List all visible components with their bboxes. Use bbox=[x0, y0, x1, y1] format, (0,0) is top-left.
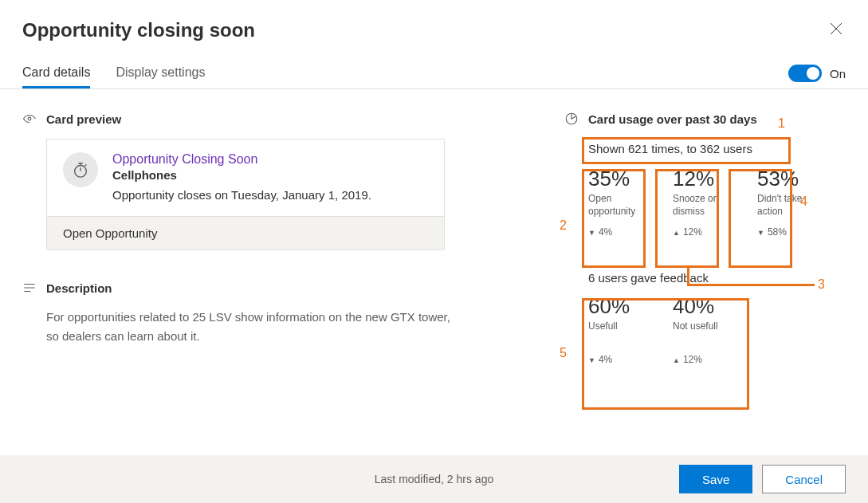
arrow-down-icon bbox=[757, 226, 764, 238]
usage-heading: Card usage over past 30 days bbox=[564, 112, 819, 126]
eye-icon bbox=[22, 112, 37, 126]
arrow-up-icon bbox=[673, 354, 680, 365]
stat-delta: 4% bbox=[588, 226, 650, 238]
usage-stats: Shown 621 times, to 362 users 35% Open o… bbox=[588, 139, 819, 238]
stat-label: Open opportunity bbox=[588, 193, 650, 218]
stat-snooze-dismiss: 12% Snooze or dismiss 12% bbox=[673, 167, 735, 238]
stopwatch-icon bbox=[63, 152, 98, 187]
feedback-row: 60% Usefull 4% 40% Not usefull 12% bbox=[588, 294, 819, 365]
cancel-button[interactable]: Cancel bbox=[762, 465, 846, 493]
annotation-num-5: 5 bbox=[560, 346, 567, 360]
feedback-heading: 6 users gave feedback bbox=[588, 271, 819, 285]
preview-card: Opportunity Closing Soon Cellphones Oppo… bbox=[46, 139, 445, 250]
tabs: Card details Display settings bbox=[22, 65, 205, 88]
stat-useful: 60% Usefull 4% bbox=[588, 294, 650, 365]
on-off-toggle[interactable] bbox=[788, 65, 822, 82]
preview-card-body: Opportunity closes on Tuesday, January 1… bbox=[112, 188, 371, 202]
preview-heading-text: Card preview bbox=[46, 112, 121, 126]
usage-heading-text: Card usage over past 30 days bbox=[588, 112, 757, 126]
stat-pct: 35% bbox=[588, 167, 650, 191]
stat-label: Snooze or dismiss bbox=[673, 193, 735, 218]
stat-delta: 12% bbox=[673, 226, 735, 238]
stat-pct: 40% bbox=[673, 294, 735, 319]
stat-pct: 12% bbox=[673, 167, 735, 191]
stat-label: Didn't take action bbox=[757, 193, 819, 218]
svg-point-1 bbox=[75, 166, 87, 178]
header: Opportunity closing soon bbox=[0, 0, 868, 42]
toggle-label: On bbox=[830, 67, 846, 81]
arrow-down-icon bbox=[588, 354, 595, 365]
preview-heading: Card preview bbox=[22, 112, 485, 126]
toggle-knob bbox=[807, 67, 819, 80]
left-column: Card preview Opportunity Closing Soon Ce… bbox=[22, 112, 485, 365]
close-icon bbox=[830, 22, 842, 35]
shown-summary: Shown 621 times, to 362 users bbox=[588, 139, 819, 167]
preview-card-content: Opportunity Closing Soon Cellphones Oppo… bbox=[112, 152, 371, 202]
stat-delta: 4% bbox=[588, 354, 650, 365]
tabs-row: Card details Display settings On bbox=[0, 65, 868, 89]
feedback-block: 6 users gave feedback 60% Usefull 4% 40%… bbox=[588, 271, 819, 365]
description-section: Description For opportunities related to… bbox=[22, 281, 485, 346]
footer: Last modified, 2 hrs ago Save Cancel bbox=[0, 455, 868, 503]
right-column: Card usage over past 30 days Shown 621 t… bbox=[564, 112, 819, 365]
lines-icon bbox=[22, 281, 37, 295]
page-title: Opportunity closing soon bbox=[22, 19, 255, 41]
stat-delta: 58% bbox=[757, 226, 819, 238]
content-area: Card preview Opportunity Closing Soon Ce… bbox=[0, 89, 868, 365]
preview-card-subtitle: Cellphones bbox=[112, 168, 371, 182]
close-button[interactable] bbox=[827, 19, 846, 42]
pie-icon bbox=[564, 112, 579, 126]
stat-open-opportunity: 35% Open opportunity 4% bbox=[588, 167, 650, 238]
description-text: For opportunities related to 25 LSV show… bbox=[46, 308, 461, 346]
stat-no-action: 53% Didn't take action 58% bbox=[757, 167, 819, 238]
stat-label: Not usefull bbox=[673, 320, 735, 346]
arrow-down-icon bbox=[588, 226, 595, 238]
preview-card-title: Opportunity Closing Soon bbox=[112, 152, 371, 167]
tab-card-details[interactable]: Card details bbox=[22, 65, 90, 88]
preview-card-top: Opportunity Closing Soon Cellphones Oppo… bbox=[47, 140, 444, 216]
stat-not-useful: 40% Not usefull 12% bbox=[673, 294, 735, 365]
annotation-num-2: 2 bbox=[560, 218, 567, 233]
open-opportunity-button[interactable]: Open Opportunity bbox=[47, 216, 444, 250]
save-button[interactable]: Save bbox=[679, 465, 752, 493]
arrow-up-icon bbox=[673, 226, 680, 238]
toggle-container: On bbox=[788, 65, 846, 88]
stat-pct: 53% bbox=[757, 167, 819, 191]
description-heading-text: Description bbox=[46, 281, 112, 295]
stat-label: Usefull bbox=[588, 320, 650, 346]
description-heading: Description bbox=[22, 281, 485, 295]
stat-pct: 60% bbox=[588, 294, 650, 319]
stat-delta: 12% bbox=[673, 354, 735, 365]
svg-point-0 bbox=[28, 117, 31, 120]
tab-display-settings[interactable]: Display settings bbox=[116, 65, 205, 88]
stat-row: 35% Open opportunity 4% 12% Snooze or di… bbox=[588, 167, 819, 238]
